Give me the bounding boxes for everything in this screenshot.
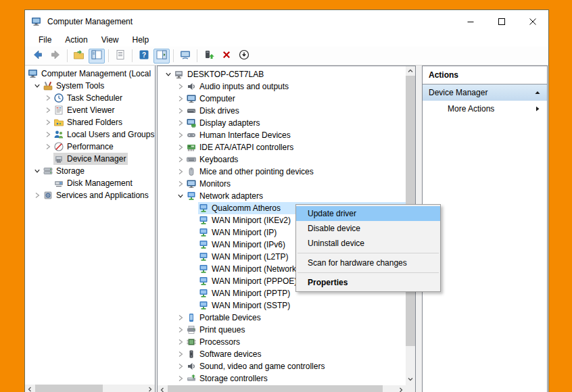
- uninstall-device-button[interactable]: [218, 49, 235, 64]
- tree-item-event-viewer[interactable]: Event Viewer: [25, 104, 155, 116]
- expanded-chevron-icon[interactable]: [32, 166, 43, 176]
- tree-item-computer[interactable]: Computer: [158, 93, 415, 105]
- update-driver-button[interactable]: [201, 49, 217, 64]
- tree-item-keyboards[interactable]: Keyboards: [158, 153, 415, 166]
- collapsed-chevron-icon[interactable]: [175, 142, 186, 153]
- printer-icon: [186, 324, 197, 335]
- tree-item-label: Shared Folders: [67, 117, 124, 128]
- tree-item-monitors[interactable]: Monitors: [158, 178, 415, 190]
- scroll-left-arrow[interactable]: [158, 385, 167, 392]
- collapsed-chevron-icon[interactable]: [175, 130, 186, 141]
- context-menu-scan-for-hardware-changes[interactable]: Scan for hardware changes: [296, 255, 440, 270]
- scroll-up-arrow[interactable]: [406, 66, 415, 76]
- collapsed-chevron-icon[interactable]: [175, 93, 186, 104]
- export-list-button[interactable]: [71, 49, 87, 64]
- tree-item-computer-management-local[interactable]: Computer Management (Local: [25, 68, 155, 80]
- menu-action[interactable]: Action: [58, 34, 94, 47]
- tree-item-desktop-c5t7lab[interactable]: DESKTOP-C5T7LAB: [158, 68, 415, 80]
- tree-item-local-users-and-groups[interactable]: Local Users and Groups: [25, 128, 155, 141]
- collapsed-chevron-icon[interactable]: [175, 154, 186, 165]
- context-menu-update-driver[interactable]: Update driver: [296, 206, 440, 221]
- collapsed-chevron-icon[interactable]: [43, 93, 53, 103]
- collapsed-chevron-icon[interactable]: [175, 166, 186, 177]
- scroll-down-arrow[interactable]: [406, 374, 415, 384]
- minimize-button[interactable]: [455, 10, 486, 33]
- properties-button[interactable]: [112, 49, 128, 64]
- tree-item-mice-and-other-pointing-devices[interactable]: Mice and other pointing devices: [158, 166, 415, 178]
- collapsed-chevron-icon[interactable]: [43, 129, 53, 140]
- collapsed-chevron-icon[interactable]: [175, 349, 186, 360]
- tree-item-processors[interactable]: Processors: [158, 336, 415, 348]
- collapsed-chevron-icon[interactable]: [175, 81, 186, 92]
- tree-item-disk-management[interactable]: Disk Management: [25, 177, 155, 189]
- tree-item-portable-devices[interactable]: Portable Devices: [158, 312, 415, 324]
- collapsed-chevron-icon[interactable]: [175, 118, 186, 128]
- scrollbar-thumb[interactable]: [35, 385, 103, 392]
- maximize-button[interactable]: [486, 10, 517, 33]
- collapsed-chevron-icon[interactable]: [175, 105, 186, 116]
- tree-item-storage-controllers[interactable]: Storage controllers: [158, 372, 415, 385]
- context-menu-disable-device[interactable]: Disable device: [296, 221, 440, 236]
- scrollbar-thumb[interactable]: [168, 385, 383, 392]
- tree-item-ide-ata-atapi-controllers[interactable]: IDE ATA/ATAPI controllers: [158, 141, 415, 153]
- remote-desktop-button[interactable]: [177, 49, 193, 64]
- tree-item-task-scheduler[interactable]: Task Scheduler: [25, 92, 155, 104]
- tree-item-audio-inputs-and-outputs[interactable]: Audio inputs and outputs: [158, 80, 415, 93]
- collapse-up-icon[interactable]: [534, 84, 541, 101]
- performance-icon: [53, 141, 64, 152]
- scroll-right-arrow[interactable]: [145, 385, 155, 392]
- help-button[interactable]: ?: [136, 49, 152, 64]
- tree-item-network-adapters[interactable]: Network adapters: [158, 190, 415, 202]
- back-button[interactable]: [30, 49, 46, 64]
- collapsed-chevron-icon[interactable]: [175, 324, 186, 335]
- collapsed-chevron-icon[interactable]: [43, 117, 53, 128]
- tree-item-label: Processors: [199, 337, 242, 347]
- device-tree-hscrollbar[interactable]: [158, 385, 406, 392]
- menu-help[interactable]: Help: [126, 34, 156, 47]
- tree-item-wan-miniport-sstp[interactable]: WAN Miniport (SSTP): [158, 299, 415, 312]
- tree-item-display-adapters[interactable]: Display adapters: [158, 117, 415, 129]
- tree-item-human-interface-devices[interactable]: Human Interface Devices: [158, 129, 415, 141]
- tree-item-print-queues[interactable]: Print queues: [158, 324, 415, 336]
- console-tree-hscrollbar[interactable]: [25, 385, 155, 392]
- tree-item-content: Processors: [186, 336, 242, 348]
- tree-item-device-manager[interactable]: Device Manager: [25, 153, 155, 165]
- context-menu-uninstall-device[interactable]: Uninstall device: [296, 236, 440, 251]
- expanded-chevron-icon[interactable]: [175, 191, 186, 201]
- context-menu-properties[interactable]: Properties: [296, 275, 440, 290]
- menu-view[interactable]: View: [95, 34, 126, 47]
- close-button[interactable]: [517, 10, 548, 33]
- tree-item-software-devices[interactable]: Software devices: [158, 348, 415, 360]
- tree-item-sound-video-and-game-controllers[interactable]: Sound, video and game controllers: [158, 360, 415, 372]
- tree-item-disk-drives[interactable]: Disk drives: [158, 105, 415, 117]
- disk-drive-icon: [186, 105, 197, 116]
- menu-file[interactable]: File: [32, 34, 58, 47]
- show-action-pane-button[interactable]: [153, 49, 170, 64]
- collapsed-chevron-icon[interactable]: [43, 105, 53, 116]
- scroll-left-arrow[interactable]: [25, 385, 34, 392]
- tree-item-services-and-applications[interactable]: Services and Applications: [25, 189, 155, 201]
- collapsed-chevron-icon[interactable]: [175, 178, 186, 189]
- expanded-chevron-icon[interactable]: [163, 69, 174, 80]
- tree-item-storage[interactable]: Storage: [25, 165, 155, 177]
- tree-item-performance[interactable]: Performance: [25, 141, 155, 153]
- collapsed-chevron-icon[interactable]: [32, 190, 43, 201]
- expand-right-icon[interactable]: [534, 101, 541, 117]
- collapsed-chevron-icon[interactable]: [175, 373, 186, 384]
- tree-item-system-tools[interactable]: System Tools: [25, 80, 155, 92]
- menu-bar: FileActionViewHelp: [25, 33, 548, 47]
- collapsed-chevron-icon[interactable]: [175, 312, 186, 323]
- forward-button[interactable]: [47, 49, 64, 64]
- tree-item-shared-folders[interactable]: Shared Folders: [25, 116, 155, 128]
- collapsed-chevron-icon[interactable]: [175, 361, 186, 372]
- disable-device-button[interactable]: [236, 49, 252, 64]
- menu-separator: [297, 253, 439, 253]
- scroll-right-arrow[interactable]: [396, 385, 406, 392]
- actions-item-device-manager[interactable]: Device Manager: [423, 84, 547, 101]
- actions-item-more-actions[interactable]: More Actions: [423, 101, 547, 117]
- collapsed-chevron-icon[interactable]: [175, 337, 186, 347]
- expanded-chevron-icon[interactable]: [32, 80, 43, 91]
- show-console-tree-button[interactable]: [89, 49, 105, 64]
- collapsed-chevron-icon[interactable]: [43, 141, 53, 152]
- storage-icon: [43, 166, 53, 176]
